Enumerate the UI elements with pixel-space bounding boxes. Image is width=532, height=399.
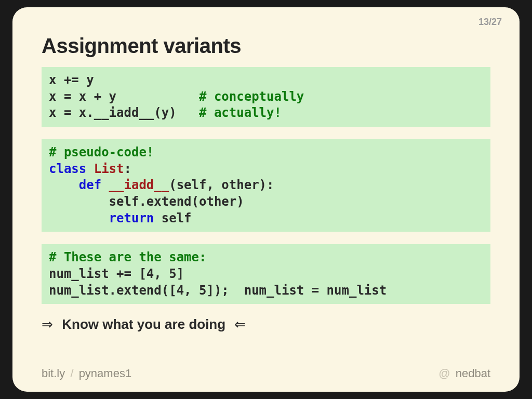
code-token <box>49 211 109 225</box>
code-token: return <box>109 211 154 225</box>
callout-message: Know what you are doing <box>62 316 225 332</box>
code-token: class <box>49 162 86 176</box>
code-block-iadd-explain: x += y x = x + y # conceptually x = x.__… <box>42 67 490 127</box>
code-token: __iadd__ <box>109 178 169 192</box>
code-token: : <box>124 162 131 176</box>
code-token: x += y <box>49 73 94 87</box>
code-token: # actually! <box>199 105 282 120</box>
code-token: # pseudo-code! <box>49 145 154 159</box>
arrow-left-icon: ⇐ <box>234 316 246 332</box>
code-token: x = x.__iadd__(y) <box>49 105 199 120</box>
footer-link[interactable]: bit.ly / pynames1 <box>42 367 131 380</box>
slide-title: Assignment variants <box>42 34 490 58</box>
code-token: List <box>94 162 124 176</box>
code-token <box>49 178 79 192</box>
code-token: def <box>79 178 101 192</box>
code-token <box>86 162 94 176</box>
page-current: 13 <box>478 17 489 27</box>
arrow-right-icon: ⇒ <box>42 316 53 332</box>
footer-link-path: pynames1 <box>79 367 132 380</box>
slide: 13/27 Assignment variants x += y x = x +… <box>12 7 520 392</box>
code-token: # conceptually <box>199 89 304 104</box>
footer-link-sep: / <box>70 367 73 380</box>
code-block-equivalence: # These are the same: num_list += [4, 5]… <box>42 244 490 304</box>
code-block-pseudocode-class: # pseudo-code! class List: def __iadd__(… <box>42 139 490 232</box>
code-token: num_list += [4, 5] <box>49 267 184 281</box>
page-counter: 13/27 <box>478 17 502 28</box>
footer-handle-name: nedbat <box>456 367 490 380</box>
code-token <box>101 178 109 192</box>
callout-line: ⇒ Know what you are doing ⇐ <box>42 316 490 332</box>
code-token: # These are the same: <box>49 250 206 264</box>
code-token: (self, other): <box>169 178 274 192</box>
code-token: self <box>154 211 191 225</box>
at-icon: @ <box>438 367 450 380</box>
slide-footer: bit.ly / pynames1 @ nedbat <box>42 367 490 380</box>
footer-handle[interactable]: @ nedbat <box>438 367 490 380</box>
code-token: num_list.extend([4, 5]); num_list = num_… <box>49 283 387 298</box>
stage: 13/27 Assignment variants x += y x = x +… <box>0 0 532 399</box>
footer-link-domain: bit.ly <box>42 367 65 380</box>
code-token: self.extend(other) <box>49 194 244 209</box>
page-total: 27 <box>491 17 502 27</box>
code-token: x = x + y <box>49 89 199 104</box>
